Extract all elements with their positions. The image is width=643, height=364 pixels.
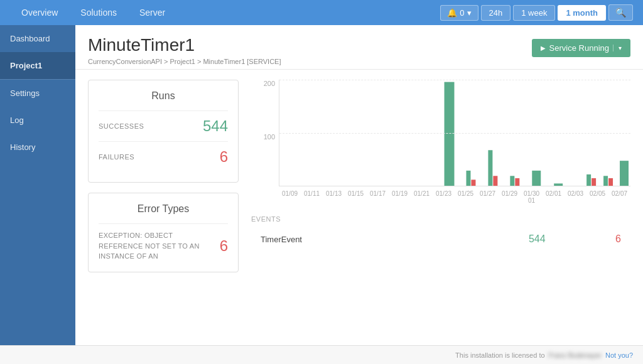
successes-value: 544: [203, 117, 228, 135]
not-you-link[interactable]: Not you?: [605, 351, 633, 359]
failures-row: FAILURES 6: [99, 141, 228, 172]
svg-rect-7: [532, 171, 541, 186]
svg-rect-13: [620, 161, 629, 186]
chart-bars-area: [279, 80, 630, 186]
footer: This installation is licensed to Franz B…: [0, 345, 643, 364]
svg-rect-6: [515, 178, 519, 186]
time-1week-button[interactable]: 1 week: [513, 5, 555, 21]
runs-card: Runs SUCCESSES 544 FAILURES 6: [88, 80, 239, 183]
bell-icon: 🔔: [447, 8, 457, 18]
x-label-0203: 02/03: [565, 190, 586, 197]
x-axis: 01/09 01/11 01/13 01/15 01/17 01/19 01/2…: [279, 188, 630, 205]
sidebar-item-project1[interactable]: Project1: [0, 52, 75, 79]
events-section: EVENTS TimerEvent 544 6: [251, 215, 630, 252]
x-label-0115: 01/15: [345, 190, 367, 197]
successes-row: SUCCESSES 544: [99, 110, 228, 141]
body-area: Runs SUCCESSES 544 FAILURES 6 Error Type…: [75, 70, 643, 282]
svg-rect-5: [510, 176, 514, 186]
main-layout: Dashboard Project1 Settings Log History …: [0, 25, 643, 364]
nav-right: 🔔 0 ▾ 24h 1 week 1 month 🔍: [440, 4, 633, 21]
y-axis: 200 100: [251, 80, 279, 186]
grid-line-mid: [279, 133, 630, 134]
license-text: This installation is licensed to: [455, 351, 544, 359]
x-label-0119: 01/19: [389, 190, 411, 197]
sidebar-item-history[interactable]: History: [0, 134, 75, 161]
error-description: EXCEPTION: OBJECT REFERENCE NOT SET TO A…: [99, 230, 212, 262]
nav-solutions[interactable]: Solutions: [69, 0, 128, 25]
error-row: EXCEPTION: OBJECT REFERENCE NOT SET TO A…: [99, 223, 228, 262]
page-header: MinuteTimer1 CurrencyConversionAPI > Pro…: [75, 25, 643, 70]
event-successes: 544: [443, 227, 554, 252]
bell-button[interactable]: 🔔 0 ▾: [440, 5, 478, 21]
sidebar-item-settings[interactable]: Settings: [0, 80, 75, 107]
x-label-0117: 01/17: [367, 190, 389, 197]
svg-rect-2: [471, 179, 475, 186]
header-left: MinuteTimer1 CurrencyConversionAPI > Pro…: [88, 35, 281, 65]
chart-container: 200 100: [251, 80, 630, 205]
x-label-0111: 01/11: [301, 190, 323, 197]
x-label-0121: 01/21: [411, 190, 433, 197]
sidebar-item-log[interactable]: Log: [0, 107, 75, 134]
right-column: 200 100: [251, 80, 630, 272]
content-area: MinuteTimer1 CurrencyConversionAPI > Pro…: [75, 25, 643, 364]
x-label-0109: 01/09: [279, 190, 301, 197]
service-status-button[interactable]: ▶ Service Running ▾: [532, 39, 630, 57]
x-label-0130: 01/30 01: [521, 190, 543, 204]
company-name: Franz Budenayer: [549, 351, 602, 359]
svg-rect-0: [445, 82, 455, 186]
sidebar: Dashboard Project1 Settings Log History: [0, 25, 75, 364]
svg-rect-8: [554, 183, 563, 186]
top-nav: Overview Solutions Server 🔔 0 ▾ 24h 1 we…: [0, 0, 643, 25]
bell-count: 0: [460, 8, 464, 18]
bell-caret: ▾: [467, 8, 472, 18]
x-label-0127: 01/27: [477, 190, 499, 197]
events-table: TimerEvent 544 6: [251, 227, 630, 252]
page-title: MinuteTimer1: [88, 35, 281, 55]
x-label-0207: 02/07: [608, 190, 630, 197]
time-1month-button[interactable]: 1 month: [558, 5, 606, 21]
nav-overview[interactable]: Overview: [10, 0, 69, 25]
event-failures: 6: [554, 227, 630, 252]
svg-rect-4: [493, 176, 497, 186]
service-caret-icon: ▾: [613, 45, 622, 51]
svg-rect-10: [592, 178, 596, 186]
svg-rect-11: [603, 176, 608, 186]
y-label-100: 100: [264, 133, 275, 141]
x-label-0205: 02/05: [586, 190, 608, 197]
failures-label: FAILURES: [99, 153, 134, 161]
svg-rect-1: [466, 171, 470, 186]
table-row: TimerEvent 544 6: [252, 227, 630, 252]
events-label: EVENTS: [251, 215, 630, 223]
x-label-0129: 01/29: [499, 190, 521, 197]
successes-label: SUCCESSES: [99, 122, 144, 130]
runs-title: Runs: [99, 90, 228, 102]
service-status-label: Service Running: [549, 43, 609, 53]
error-types-card: Error Types EXCEPTION: OBJECT REFERENCE …: [88, 193, 239, 272]
x-label-0113: 01/13: [323, 190, 345, 197]
svg-rect-12: [608, 178, 613, 186]
x-label-0125: 01/25: [455, 190, 477, 197]
time-24h-button[interactable]: 24h: [481, 5, 511, 21]
left-column: Runs SUCCESSES 544 FAILURES 6 Error Type…: [88, 80, 239, 272]
error-types-title: Error Types: [99, 203, 228, 215]
y-label-200: 200: [264, 80, 275, 87]
breadcrumb: CurrencyConversionAPI > Project1 > Minut…: [88, 58, 281, 65]
play-icon: ▶: [541, 45, 546, 51]
sidebar-item-dashboard[interactable]: Dashboard: [0, 25, 75, 52]
event-name: TimerEvent: [252, 227, 443, 252]
grid-line-top: [279, 80, 630, 80]
search-button[interactable]: 🔍: [608, 4, 633, 21]
nav-links: Overview Solutions Server: [10, 0, 440, 25]
svg-rect-9: [586, 174, 591, 186]
nav-server[interactable]: Server: [128, 0, 176, 25]
failures-value: 6: [220, 148, 228, 166]
svg-rect-3: [488, 150, 492, 186]
error-count: 6: [220, 237, 228, 255]
x-label-0201: 02/01: [543, 190, 565, 197]
x-label-0123: 01/23: [433, 190, 455, 197]
